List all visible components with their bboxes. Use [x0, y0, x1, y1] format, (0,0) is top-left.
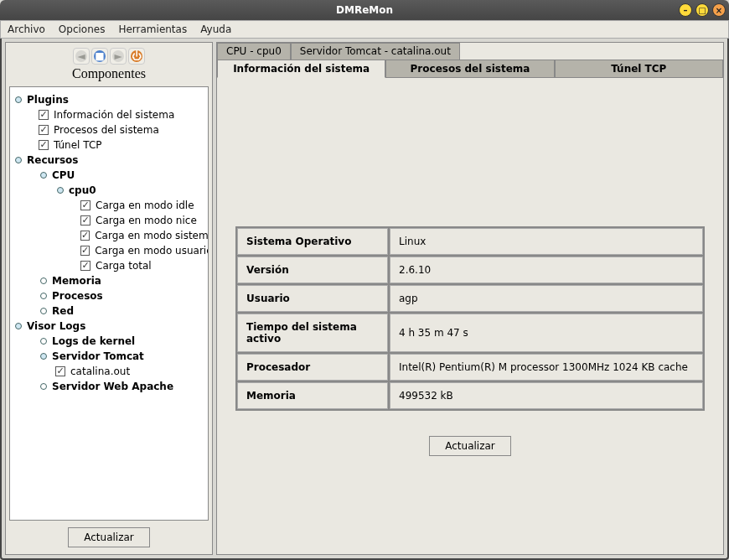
checkbox[interactable]: [39, 110, 49, 120]
info-key: Procesador: [237, 354, 388, 381]
tree-node-label: Procesos del sistema: [54, 124, 159, 136]
menu-opciones[interactable]: Opciones: [59, 23, 106, 35]
table-row: Versión2.6.10: [237, 257, 703, 283]
checkbox[interactable]: [80, 200, 90, 210]
checkbox[interactable]: [80, 215, 90, 226]
info-value: agp: [390, 285, 703, 312]
tree-node[interactable]: Túnel TCP: [10, 137, 204, 153]
sub-tab[interactable]: Túnel TCP: [555, 60, 723, 78]
checkbox[interactable]: [39, 125, 49, 135]
tree-node-label: catalina.out: [70, 366, 130, 377]
sub-tab[interactable]: Información del sistema: [217, 60, 385, 78]
minimize-button[interactable]: –: [679, 3, 692, 17]
expand-open-icon[interactable]: [55, 185, 65, 195]
table-row: Memoria499532 kB: [237, 382, 703, 409]
tree-node[interactable]: Recursos: [10, 153, 204, 168]
top-tab[interactable]: CPU - cpu0: [217, 43, 291, 60]
expand-open-icon[interactable]: [39, 351, 49, 361]
titlebar: DMReMon – □ ×: [0, 0, 729, 20]
body-area: ◄ ■ ► ⏻ Componentes PluginsInformación d…: [0, 39, 729, 560]
expand-closed-icon[interactable]: [39, 336, 49, 346]
checkbox[interactable]: [39, 140, 49, 150]
app-window: DMReMon – □ × Archivo Opciones Herramien…: [0, 0, 729, 560]
tree-node[interactable]: catalina.out: [10, 364, 204, 379]
tree-node-label: Información del sistema: [54, 109, 174, 121]
main-panel: CPU - cpu0Servidor Tomcat - catalina.out…: [216, 42, 724, 555]
tree-node[interactable]: Servidor Tomcat: [10, 349, 204, 364]
checkbox[interactable]: [55, 366, 65, 376]
tree-node[interactable]: Red: [10, 303, 204, 319]
tree-node-label: CPU: [52, 169, 75, 181]
sub-tabs: Información del sistemaProcesos del sist…: [217, 60, 723, 78]
tree-node-label: Carga en modo nice: [96, 215, 197, 226]
tree-node-label: Carga total: [96, 260, 152, 272]
info-wrapper: Sistema OperativoLinuxVersión2.6.10Usuar…: [227, 88, 713, 544]
power-icon[interactable]: ⏻: [128, 48, 145, 65]
sub-tab[interactable]: Procesos del sistema: [385, 60, 554, 78]
sidebar-update-button[interactable]: Actualizar: [68, 527, 150, 547]
back-icon[interactable]: ◄: [73, 48, 90, 65]
tree-node[interactable]: Carga en modo idle: [10, 198, 204, 213]
menu-ayuda[interactable]: Ayuda: [200, 23, 231, 35]
stop-icon[interactable]: ■: [91, 48, 108, 65]
checkbox[interactable]: [80, 261, 90, 271]
tree-node-label: cpu0: [69, 184, 96, 196]
content-area: Sistema OperativoLinuxVersión2.6.10Usuar…: [217, 78, 723, 554]
component-tree[interactable]: PluginsInformación del sistemaProcesos d…: [9, 86, 209, 521]
tree-node[interactable]: Información del sistema: [10, 107, 204, 122]
expand-open-icon[interactable]: [13, 95, 23, 105]
tree-node[interactable]: Procesos del sistema: [10, 122, 204, 137]
tree-node[interactable]: Logs de kernel: [10, 334, 204, 349]
info-key: Sistema Operativo: [237, 228, 388, 255]
info-value: Linux: [390, 228, 703, 255]
checkbox[interactable]: [80, 246, 90, 256]
tree-node-label: Túnel TCP: [54, 139, 102, 151]
checkbox[interactable]: [80, 231, 90, 241]
sidebar-footer: Actualizar: [9, 521, 209, 549]
info-key: Versión: [237, 257, 388, 283]
menu-archivo[interactable]: Archivo: [8, 23, 45, 35]
main-update-button[interactable]: Actualizar: [429, 436, 511, 456]
tree-node-label: Servidor Web Apache: [52, 381, 173, 392]
tree-node-label: Carga en modo usuario: [95, 245, 209, 257]
tree-node[interactable]: Carga en modo usuario: [10, 243, 204, 258]
tree-node-label: Procesos: [52, 290, 103, 302]
sidebar: ◄ ■ ► ⏻ Componentes PluginsInformación d…: [5, 42, 213, 555]
tree-node[interactable]: Carga en modo sistema: [10, 228, 204, 243]
tree-node[interactable]: Servidor Web Apache: [10, 379, 204, 394]
table-row: Usuarioagp: [237, 285, 703, 312]
sidebar-toolbar: ◄ ■ ► ⏻: [9, 48, 209, 65]
tree-node[interactable]: Plugins: [10, 92, 204, 107]
expand-closed-icon[interactable]: [39, 381, 49, 391]
info-key: Tiempo del sistema activo: [237, 314, 388, 352]
tree-node-label: Plugins: [27, 94, 69, 106]
expand-open-icon[interactable]: [39, 170, 49, 180]
tree-node-label: Red: [52, 305, 74, 317]
info-value: 499532 kB: [390, 382, 703, 409]
forward-icon[interactable]: ►: [110, 48, 127, 65]
table-row: ProcesadorIntel(R) Pentium(R) M processo…: [237, 354, 703, 381]
expand-closed-icon[interactable]: [39, 291, 49, 301]
tree-node[interactable]: cpu0: [10, 183, 204, 198]
tree-node-label: Servidor Tomcat: [52, 350, 144, 362]
tree-node[interactable]: Memoria: [10, 273, 204, 288]
info-value: 4 h 35 m 47 s: [390, 314, 703, 352]
tree-node[interactable]: CPU: [10, 168, 204, 183]
tree-node[interactable]: Procesos: [10, 288, 204, 303]
tree-node[interactable]: Carga total: [10, 258, 204, 273]
menubar: Archivo Opciones Herramientas Ayuda: [0, 20, 729, 39]
expand-closed-icon[interactable]: [39, 306, 49, 316]
tree-node-label: Logs de kernel: [52, 335, 135, 347]
expand-closed-icon[interactable]: [39, 276, 49, 286]
expand-open-icon[interactable]: [13, 321, 23, 331]
expand-open-icon[interactable]: [13, 155, 23, 165]
window-title: DMReMon: [336, 4, 393, 16]
top-tab[interactable]: Servidor Tomcat - catalina.out: [291, 43, 460, 60]
tree-node[interactable]: Visor Logs: [10, 319, 204, 334]
tree-node-label: Memoria: [52, 275, 101, 287]
maximize-button[interactable]: □: [695, 3, 709, 17]
info-value: Intel(R) Pentium(R) M processor 1300MHz …: [390, 354, 703, 381]
tree-node[interactable]: Carga en modo nice: [10, 213, 204, 228]
close-button[interactable]: ×: [712, 3, 726, 17]
menu-herramientas[interactable]: Herramientas: [118, 23, 187, 35]
